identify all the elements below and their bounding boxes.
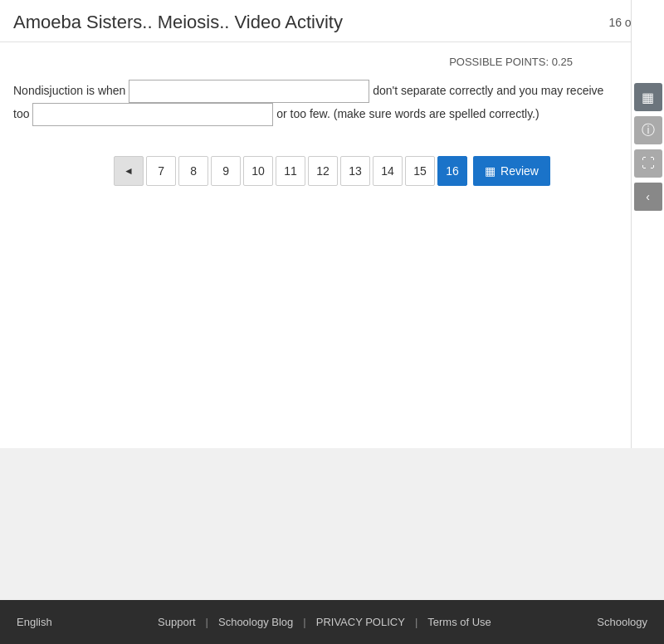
right-sidebar: ▦ ⓘ ⛶ ‹ (631, 0, 664, 448)
expand-icon: ⛶ (642, 156, 655, 171)
prev-icon: ◄ (124, 165, 134, 177)
info-icon: ⓘ (642, 122, 655, 139)
review-button[interactable]: ▦ Review (473, 156, 550, 186)
prev-page-button[interactable]: ◄ (114, 156, 144, 186)
answer-input-1[interactable] (129, 80, 369, 103)
pagination-bar: ◄ 7 8 9 10 11 12 13 14 15 16 ▦ Review (0, 139, 664, 211)
header-bar: Amoeba Sisters.. Meiosis.. Video Activit… (0, 0, 664, 42)
page-btn-10[interactable]: 10 (243, 156, 273, 186)
page-btn-14[interactable]: 14 (373, 156, 403, 186)
info-icon-button[interactable]: ⓘ (634, 116, 662, 144)
main-container: Amoeba Sisters.. Meiosis.. Video Activit… (0, 0, 664, 448)
page-btn-15[interactable]: 15 (405, 156, 435, 186)
main-content: POSSIBLE POINTS: 0.25 Nondisjuction is w… (0, 42, 664, 139)
page-btn-7[interactable]: 7 (146, 156, 176, 186)
page-title: Amoeba Sisters.. Meiosis.. Video Activit… (13, 12, 343, 33)
possible-points: POSSIBLE POINTS: 0.25 (13, 56, 614, 68)
table-icon: ▦ (642, 90, 654, 105)
question-body: Nondisjuction is when don't separate cor… (13, 80, 614, 126)
expand-icon-button[interactable]: ⛶ (634, 149, 662, 178)
answer-input-2[interactable] (32, 103, 273, 126)
question-part3: or too few. (make sure words are spelled… (276, 107, 539, 120)
page-btn-9[interactable]: 9 (211, 156, 241, 186)
page-btn-13[interactable]: 13 (340, 156, 370, 186)
page-btn-12[interactable]: 12 (308, 156, 338, 186)
question-part1: Nondisjuction is when (13, 84, 129, 97)
table-icon-button[interactable]: ▦ (634, 83, 662, 111)
page-btn-11[interactable]: 11 (276, 156, 305, 186)
page-btn-16[interactable]: 16 (437, 156, 467, 186)
page-btn-8[interactable]: 8 (178, 156, 208, 186)
review-label: Review (500, 164, 539, 178)
collapse-button[interactable]: ‹ (634, 183, 662, 211)
collapse-icon: ‹ (646, 190, 650, 203)
review-table-icon: ▦ (485, 164, 496, 178)
